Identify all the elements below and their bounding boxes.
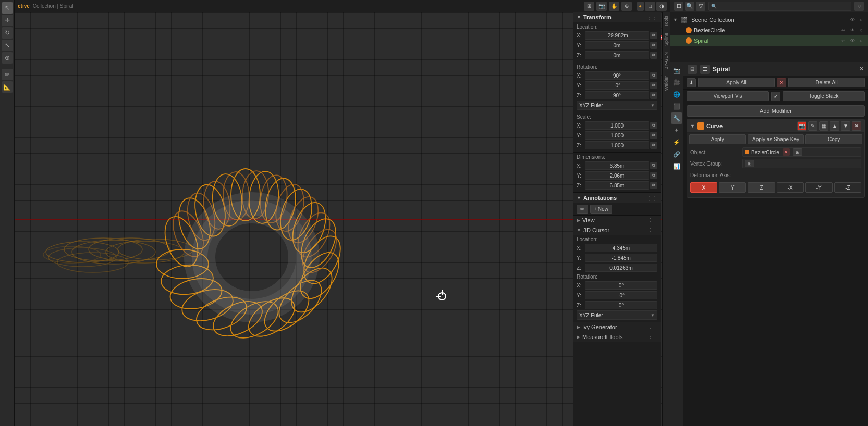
curve-apply-shape-key-button[interactable]: Apply as Shape Key <box>748 134 804 144</box>
scene-collection-select-icon[interactable]: ○ <box>858 16 865 23</box>
deform-axis-y-btn[interactable]: Y <box>719 182 746 193</box>
outliner-search[interactable]: 🔍 <box>708 2 851 11</box>
crosshair-icon[interactable]: ⊕ <box>621 2 632 11</box>
physics-icon-btn[interactable]: ⚡ <box>671 136 682 148</box>
curve-object-x-btn[interactable]: ✕ <box>783 148 790 156</box>
scale-z-copy[interactable]: ⧉ <box>650 142 657 149</box>
beziercircle-link-icon[interactable]: ↩ <box>840 27 847 34</box>
location-x-value[interactable]: -29.982m <box>585 31 649 40</box>
annotate-new-btn[interactable]: + New <box>590 205 612 214</box>
spiral-select-icon[interactable]: ○ <box>858 37 865 44</box>
vtab-spline[interactable]: Spline <box>663 30 670 49</box>
curve-modifier-camera-icon[interactable]: 📷 <box>797 121 806 131</box>
dim-x-copy[interactable]: ⧉ <box>650 162 657 169</box>
tree-item-scene-collection[interactable]: ▼ 🎬 Scene Collection 👁 ○ <box>670 15 868 25</box>
dim-y-value[interactable]: 2.06m <box>585 171 649 180</box>
deform-axis-neg-z-btn[interactable]: -Z <box>834 182 861 193</box>
curve-object-value[interactable]: BezierCircle ✕ ⊞ <box>742 147 861 157</box>
object-icon-btn[interactable]: ⬛ <box>671 101 682 112</box>
constraints-icon-btn[interactable]: 🔗 <box>671 148 682 160</box>
dim-z-copy[interactable]: ⧉ <box>650 182 657 189</box>
curve-vgroup-grid-btn[interactable]: ⊞ <box>745 160 754 167</box>
curve-modifier-up-icon[interactable]: ▲ <box>830 121 839 131</box>
tree-item-spiral[interactable]: Spiral ↩ 👁 ○ <box>670 35 868 46</box>
particles-icon-btn[interactable]: ✦ <box>671 124 682 136</box>
outliner-editor-icon[interactable]: ⊟ <box>674 2 683 11</box>
vtab-welder[interactable]: Welder <box>663 73 670 94</box>
curve-object-grid-btn[interactable]: ⊞ <box>793 148 802 156</box>
camera-prop-icon-btn[interactable]: 🎥 <box>671 77 682 88</box>
dim-z-value[interactable]: 6.85m <box>585 181 649 190</box>
main-viewport[interactable]: ctive Collection | Spiral ⊞ 📷 ✋ ⊕ ● □ ◑ <box>15 0 670 426</box>
beziercircle-select-icon[interactable]: ○ <box>858 27 865 34</box>
rotation-x-value[interactable]: 90° <box>585 71 649 80</box>
rotation-y-value[interactable]: -0° <box>585 81 649 90</box>
render-icon-btn[interactable]: 📷 <box>671 65 682 76</box>
modifier-panel-view-icon[interactable]: ☰ <box>700 65 710 74</box>
cursor-rx-value[interactable]: 0° <box>585 281 657 290</box>
deform-axis-neg-y-btn[interactable]: -Y <box>805 182 833 193</box>
scale-x-value[interactable]: 1.000 <box>585 121 649 130</box>
apply-all-button[interactable]: Apply All <box>698 78 775 87</box>
world-icon-btn[interactable]: 🌐 <box>671 89 682 100</box>
viewport-vis-button[interactable]: Viewport Vis <box>687 91 769 101</box>
modifier-panel-close-icon[interactable]: ✕ <box>859 66 864 72</box>
measureit-panel-header[interactable]: ▶ MeasureIt Tools ⋮⋮ <box>573 332 661 342</box>
shading-wireframe[interactable]: □ <box>645 2 655 11</box>
location-z-copy[interactable]: ⧉ <box>650 52 657 59</box>
view-panel-header[interactable]: ▶ View ⋮⋮ <box>573 216 661 225</box>
cursor-ry-value[interactable]: -0° <box>585 291 657 299</box>
rotation-z-value[interactable]: 90° <box>585 91 649 99</box>
outliner-filter-icon[interactable]: ▽ <box>696 2 705 11</box>
rotate-tool[interactable]: ↻ <box>2 27 13 39</box>
vtab-bygen[interactable]: BY-GEN <box>663 49 670 73</box>
rotation-mode-select[interactable]: XYZ Euler ▼ <box>577 101 657 110</box>
scale-y-value[interactable]: 1.000 <box>585 131 649 140</box>
curve-modifier-x-icon[interactable]: ✕ <box>852 121 861 131</box>
camera-icon[interactable]: 📷 <box>596 2 607 11</box>
location-y-copy[interactable]: ⧉ <box>650 42 657 49</box>
move-tool[interactable]: ✛ <box>2 15 13 26</box>
modifier-panel-menu-icon[interactable]: ⊟ <box>688 65 697 74</box>
annotate-tool[interactable]: ✏ <box>2 69 13 80</box>
location-y-value[interactable]: 0m <box>585 41 649 49</box>
viewport-canvas[interactable]: X Y Z <box>15 12 670 426</box>
cursor-y-value[interactable]: -1.845m <box>585 254 657 262</box>
scale-z-value[interactable]: 1.000 <box>585 141 649 149</box>
curve-modifier-render-icon[interactable]: ▦ <box>819 121 828 131</box>
curve-vgroup-value[interactable]: ⊞ <box>742 159 861 168</box>
dim-y-copy[interactable]: ⧉ <box>650 172 657 179</box>
hand-icon[interactable]: ✋ <box>609 2 619 11</box>
cursor-z-value[interactable]: 0.01263m <box>585 264 657 272</box>
ivy-panel-header[interactable]: ▶ Ivy Generator ⋮⋮ <box>573 322 661 332</box>
spiral-link-icon[interactable]: ↩ <box>840 37 847 44</box>
curve-apply-button[interactable]: Apply <box>689 134 746 144</box>
tree-item-beziercircle[interactable]: BezierCircle ↩ 👁 ○ <box>670 25 868 35</box>
deform-axis-z-btn[interactable]: Z <box>748 182 775 193</box>
deform-axis-x-btn[interactable]: X <box>690 182 717 193</box>
grid-icon[interactable]: ⊞ <box>584 2 594 11</box>
viewport-vis-expand-icon[interactable]: ⤢ <box>771 92 780 101</box>
transform-tool[interactable]: ⊕ <box>2 52 13 64</box>
scale-x-copy[interactable]: ⧉ <box>650 122 657 129</box>
curve-modifier-down-icon[interactable]: ▼ <box>841 121 850 131</box>
annotate-pencil-btn[interactable]: ✏ <box>577 205 588 214</box>
data-icon-btn[interactable]: 📊 <box>671 160 682 172</box>
curve-copy-button[interactable]: Copy <box>805 134 862 144</box>
location-x-copy[interactable]: ⧉ <box>650 32 657 39</box>
rotation-z-copy[interactable]: ⧉ <box>650 92 657 99</box>
delete-all-button[interactable]: Delete All <box>788 78 865 87</box>
apply-all-x-button[interactable]: ✕ <box>777 78 786 87</box>
outliner-view-icon[interactable]: 🔍 <box>685 2 694 11</box>
orientation-global[interactable]: ● <box>637 2 644 11</box>
rotation-y-copy[interactable]: ⧉ <box>650 82 657 89</box>
cursor-rz-value[interactable]: 0° <box>585 301 657 309</box>
dim-x-value[interactable]: 6.85m <box>585 161 649 170</box>
measure-tool[interactable]: 📐 <box>2 81 13 93</box>
curve-modifier-edit-icon[interactable]: ✎ <box>808 121 817 131</box>
scale-y-copy[interactable]: ⧉ <box>650 132 657 139</box>
scene-collection-eye-icon[interactable]: 👁 <box>849 16 856 23</box>
modifier-icon-btn[interactable]: 🔧 <box>671 112 682 124</box>
annotations-panel-header[interactable]: ▼ Annotations ⋮⋮ <box>573 193 661 203</box>
beziercircle-eye-icon[interactable]: 👁 <box>849 27 856 34</box>
